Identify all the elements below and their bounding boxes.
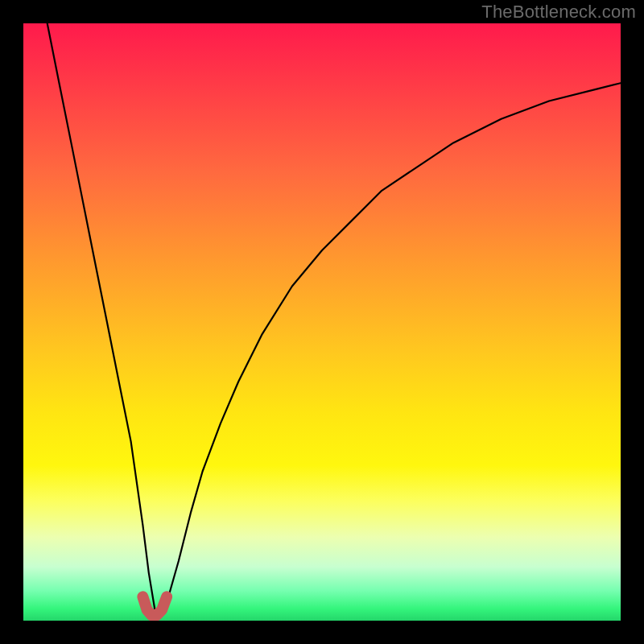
watermark-label: TheBottleneck.com xyxy=(481,2,636,23)
bottleneck-chart-svg xyxy=(23,23,621,621)
bottleneck-curve xyxy=(47,23,621,615)
chart-plot-area xyxy=(23,23,621,621)
